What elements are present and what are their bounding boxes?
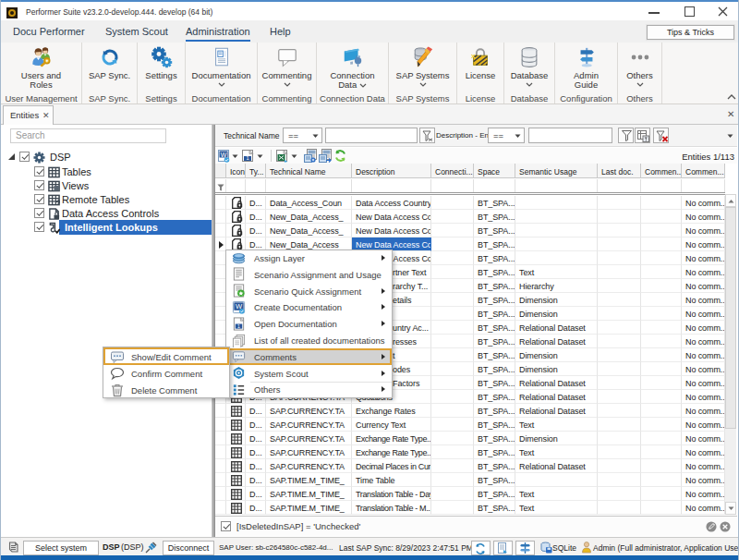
svg-text:1: 1 bbox=[246, 155, 248, 161]
svg-text:1: 1 bbox=[237, 323, 240, 329]
svg-text:W: W bbox=[221, 152, 227, 158]
